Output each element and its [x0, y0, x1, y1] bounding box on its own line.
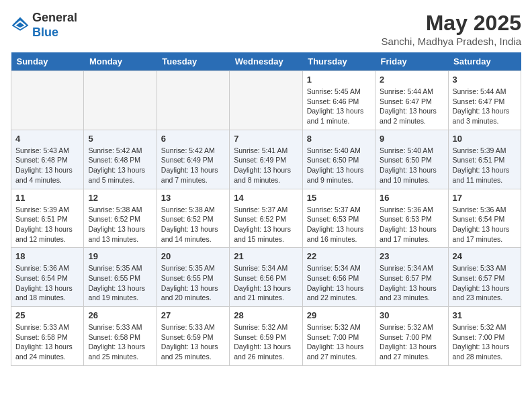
calendar-cell: 20Sunrise: 5:35 AM Sunset: 6:55 PM Dayli…: [157, 248, 229, 307]
calendar-cell: 10Sunrise: 5:39 AM Sunset: 6:51 PM Dayli…: [448, 130, 521, 189]
calendar-cell: 5Sunrise: 5:42 AM Sunset: 6:48 PM Daylig…: [84, 130, 157, 189]
day-number: 16: [380, 193, 443, 203]
calendar-week-row: 25Sunrise: 5:33 AM Sunset: 6:58 PM Dayli…: [11, 307, 521, 366]
location: Sanchi, Madhya Pradesh, India: [382, 36, 521, 47]
day-detail: Sunrise: 5:32 AM Sunset: 6:59 PM Dayligh…: [234, 322, 298, 362]
calendar-cell: 11Sunrise: 5:39 AM Sunset: 6:51 PM Dayli…: [11, 189, 84, 248]
calendar-body: 1Sunrise: 5:45 AM Sunset: 6:46 PM Daylig…: [11, 71, 521, 366]
day-detail: Sunrise: 5:42 AM Sunset: 6:49 PM Dayligh…: [161, 146, 225, 185]
day-number: 21: [234, 251, 298, 261]
day-detail: Sunrise: 5:36 AM Sunset: 6:54 PM Dayligh…: [453, 205, 517, 244]
day-number: 15: [307, 193, 371, 203]
logo: General Blue: [11, 11, 77, 40]
calendar-cell: 2Sunrise: 5:44 AM Sunset: 6:47 PM Daylig…: [375, 71, 448, 130]
day-detail: Sunrise: 5:35 AM Sunset: 6:55 PM Dayligh…: [88, 263, 152, 303]
day-number: 22: [307, 251, 371, 261]
day-number: 20: [161, 251, 225, 261]
weekday-header-cell: Tuesday: [157, 52, 229, 71]
day-number: 9: [380, 134, 443, 144]
day-number: 8: [307, 134, 371, 144]
calendar-cell: 14Sunrise: 5:37 AM Sunset: 6:52 PM Dayli…: [230, 189, 302, 248]
day-number: 12: [88, 193, 152, 203]
calendar-cell: [230, 71, 302, 130]
day-detail: Sunrise: 5:33 AM Sunset: 6:58 PM Dayligh…: [15, 322, 79, 362]
day-number: 2: [380, 75, 443, 85]
calendar-cell: 26Sunrise: 5:33 AM Sunset: 6:58 PM Dayli…: [84, 307, 157, 366]
calendar-week-row: 4Sunrise: 5:43 AM Sunset: 6:48 PM Daylig…: [11, 130, 521, 189]
calendar-cell: 12Sunrise: 5:38 AM Sunset: 6:52 PM Dayli…: [84, 189, 157, 248]
day-detail: Sunrise: 5:33 AM Sunset: 6:57 PM Dayligh…: [453, 263, 517, 303]
day-number: 23: [380, 251, 443, 261]
calendar-cell: 6Sunrise: 5:42 AM Sunset: 6:49 PM Daylig…: [157, 130, 229, 189]
calendar-week-row: 11Sunrise: 5:39 AM Sunset: 6:51 PM Dayli…: [11, 189, 521, 248]
logo-icon: [11, 16, 30, 35]
day-number: 11: [15, 193, 79, 203]
calendar-cell: 30Sunrise: 5:32 AM Sunset: 7:00 PM Dayli…: [375, 307, 448, 366]
day-number: 4: [15, 134, 79, 144]
day-detail: Sunrise: 5:40 AM Sunset: 6:50 PM Dayligh…: [380, 146, 443, 185]
title-block: May 2025 Sanchi, Madhya Pradesh, India: [382, 11, 521, 47]
calendar-cell: 1Sunrise: 5:45 AM Sunset: 6:46 PM Daylig…: [302, 71, 375, 130]
day-detail: Sunrise: 5:41 AM Sunset: 6:49 PM Dayligh…: [234, 146, 298, 185]
day-detail: Sunrise: 5:36 AM Sunset: 6:53 PM Dayligh…: [380, 205, 443, 244]
calendar-cell: 28Sunrise: 5:32 AM Sunset: 6:59 PM Dayli…: [230, 307, 302, 366]
calendar-cell: 7Sunrise: 5:41 AM Sunset: 6:49 PM Daylig…: [230, 130, 302, 189]
calendar-cell: 27Sunrise: 5:33 AM Sunset: 6:59 PM Dayli…: [157, 307, 229, 366]
day-detail: Sunrise: 5:33 AM Sunset: 6:59 PM Dayligh…: [161, 322, 225, 362]
calendar-cell: [84, 71, 157, 130]
day-number: 24: [453, 251, 517, 261]
logo-general: General: [32, 11, 77, 24]
day-detail: Sunrise: 5:44 AM Sunset: 6:47 PM Dayligh…: [453, 87, 517, 126]
calendar-cell: 31Sunrise: 5:32 AM Sunset: 7:00 PM Dayli…: [448, 307, 521, 366]
calendar-cell: 19Sunrise: 5:35 AM Sunset: 6:55 PM Dayli…: [84, 248, 157, 307]
day-number: 7: [234, 134, 298, 144]
day-number: 13: [161, 193, 225, 203]
day-number: 5: [88, 134, 152, 144]
day-detail: Sunrise: 5:39 AM Sunset: 6:51 PM Dayligh…: [453, 146, 517, 185]
day-number: 14: [234, 193, 298, 203]
calendar-cell: 9Sunrise: 5:40 AM Sunset: 6:50 PM Daylig…: [375, 130, 448, 189]
month-year: May 2025: [382, 11, 521, 36]
weekday-header-cell: Saturday: [448, 52, 521, 71]
day-detail: Sunrise: 5:34 AM Sunset: 6:56 PM Dayligh…: [234, 263, 298, 303]
day-detail: Sunrise: 5:38 AM Sunset: 6:52 PM Dayligh…: [88, 205, 152, 244]
day-number: 27: [161, 310, 225, 320]
day-detail: Sunrise: 5:44 AM Sunset: 6:47 PM Dayligh…: [380, 87, 443, 126]
weekday-header-cell: Wednesday: [230, 52, 302, 71]
calendar-cell: 4Sunrise: 5:43 AM Sunset: 6:48 PM Daylig…: [11, 130, 84, 189]
day-detail: Sunrise: 5:45 AM Sunset: 6:46 PM Dayligh…: [307, 87, 371, 126]
calendar-week-row: 1Sunrise: 5:45 AM Sunset: 6:46 PM Daylig…: [11, 71, 521, 130]
calendar-cell: 16Sunrise: 5:36 AM Sunset: 6:53 PM Dayli…: [375, 189, 448, 248]
logo-text: General Blue: [32, 11, 77, 40]
calendar-cell: 3Sunrise: 5:44 AM Sunset: 6:47 PM Daylig…: [448, 71, 521, 130]
calendar-cell: 21Sunrise: 5:34 AM Sunset: 6:56 PM Dayli…: [230, 248, 302, 307]
calendar-table: SundayMondayTuesdayWednesdayThursdayFrid…: [11, 52, 521, 366]
weekday-header-cell: Thursday: [302, 52, 375, 71]
calendar-cell: 15Sunrise: 5:37 AM Sunset: 6:53 PM Dayli…: [302, 189, 375, 248]
weekday-header-cell: Friday: [375, 52, 448, 71]
calendar-cell: [157, 71, 229, 130]
day-number: 6: [161, 134, 225, 144]
calendar-week-row: 18Sunrise: 5:36 AM Sunset: 6:54 PM Dayli…: [11, 248, 521, 307]
day-number: 31: [453, 310, 517, 320]
day-number: 1: [307, 75, 371, 85]
day-detail: Sunrise: 5:39 AM Sunset: 6:51 PM Dayligh…: [15, 205, 79, 244]
day-detail: Sunrise: 5:32 AM Sunset: 7:00 PM Dayligh…: [307, 322, 371, 362]
logo-blue: Blue: [32, 26, 58, 39]
day-number: 28: [234, 310, 298, 320]
page-header: General Blue May 2025 Sanchi, Madhya Pra…: [11, 11, 521, 47]
calendar-cell: 13Sunrise: 5:38 AM Sunset: 6:52 PM Dayli…: [157, 189, 229, 248]
day-number: 3: [453, 75, 517, 85]
day-detail: Sunrise: 5:37 AM Sunset: 6:53 PM Dayligh…: [307, 205, 371, 244]
day-number: 29: [307, 310, 371, 320]
weekday-header-cell: Monday: [84, 52, 157, 71]
calendar-cell: 23Sunrise: 5:34 AM Sunset: 6:57 PM Dayli…: [375, 248, 448, 307]
day-number: 10: [453, 134, 517, 144]
day-number: 18: [15, 251, 79, 261]
calendar-cell: 8Sunrise: 5:40 AM Sunset: 6:50 PM Daylig…: [302, 130, 375, 189]
day-number: 26: [88, 310, 152, 320]
day-detail: Sunrise: 5:37 AM Sunset: 6:52 PM Dayligh…: [234, 205, 298, 244]
calendar-cell: [11, 71, 84, 130]
day-detail: Sunrise: 5:34 AM Sunset: 6:57 PM Dayligh…: [380, 263, 443, 303]
calendar-cell: 18Sunrise: 5:36 AM Sunset: 6:54 PM Dayli…: [11, 248, 84, 307]
